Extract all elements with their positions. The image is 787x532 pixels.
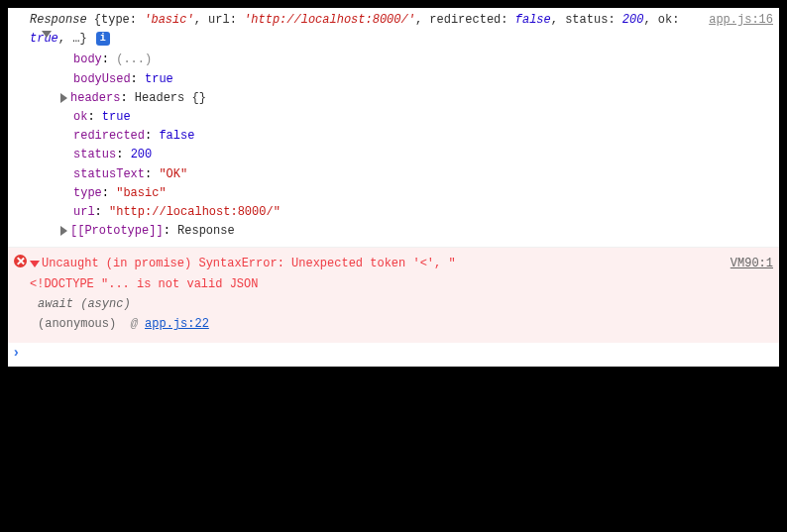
console-log-entry: app.js:16 Response {type: 'basic', url: … xyxy=(8,8,779,248)
object-summary[interactable]: Response {type: 'basic', url: 'http://lo… xyxy=(30,13,679,46)
property-key: body xyxy=(73,53,102,66)
property-key: url xyxy=(73,205,95,219)
property-value: true xyxy=(145,72,173,86)
property-value: "OK" xyxy=(159,167,187,181)
property-value: (...) xyxy=(116,53,152,66)
property-value: 200 xyxy=(131,148,153,161)
expand-toggle-icon[interactable] xyxy=(42,31,52,38)
property-row[interactable]: [[Prototype]]: Response xyxy=(30,222,773,241)
error-message: Uncaught (in promise) SyntaxError: Unexp… xyxy=(30,257,456,290)
property-key: statusText xyxy=(73,167,145,181)
property-row[interactable]: redirected: false xyxy=(30,127,773,146)
property-value: "basic" xyxy=(116,186,166,200)
property-key: type xyxy=(73,186,102,200)
expand-toggle-icon[interactable] xyxy=(60,93,67,103)
property-value: Response xyxy=(177,224,235,238)
property-key: bodyUsed xyxy=(73,72,131,86)
property-key: redirected xyxy=(73,129,145,143)
property-value: Headers {} xyxy=(135,91,206,105)
property-row[interactable]: body: (...) xyxy=(30,51,773,69)
stack-frame: await (async) xyxy=(30,294,773,314)
stack-source-link[interactable]: app.js:22 xyxy=(145,317,209,331)
property-value: false xyxy=(159,129,194,143)
property-row[interactable]: status: 200 xyxy=(30,146,773,164)
property-row[interactable]: statusText: "OK" xyxy=(30,165,773,184)
source-link[interactable]: app.js:16 xyxy=(709,11,773,30)
property-row[interactable]: ok: true xyxy=(30,108,773,127)
property-row[interactable]: bodyUsed: true xyxy=(30,70,773,89)
property-key: headers xyxy=(70,91,120,105)
error-expand-toggle-icon[interactable] xyxy=(30,261,40,267)
property-row[interactable]: url: "http://localhost:8000/" xyxy=(30,203,773,222)
stack-frame: (anonymous) @ app.js:22 xyxy=(30,314,773,334)
error-icon xyxy=(14,255,27,267)
expand-toggle-icon[interactable] xyxy=(60,226,67,236)
console-prompt-icon[interactable]: › xyxy=(8,343,779,367)
property-row[interactable]: headers: Headers {} xyxy=(30,89,773,108)
property-key: status xyxy=(73,148,116,161)
property-key: [[Prototype]] xyxy=(70,224,164,238)
error-source-link[interactable]: VM90:1 xyxy=(731,254,773,273)
property-value: true xyxy=(102,110,131,124)
console-panel: app.js:16 Response {type: 'basic', url: … xyxy=(8,8,779,367)
info-icon[interactable]: i xyxy=(96,32,110,46)
property-row[interactable]: type: "basic" xyxy=(30,184,773,203)
property-value: "http://localhost:8000/" xyxy=(109,205,281,219)
object-class-name: Response xyxy=(30,13,87,27)
object-properties: body: (...)bodyUsed: trueheaders: Header… xyxy=(30,51,773,241)
console-error-entry: VM90:1 Uncaught (in promise) SyntaxError… xyxy=(8,248,779,343)
property-key: ok xyxy=(73,110,87,124)
